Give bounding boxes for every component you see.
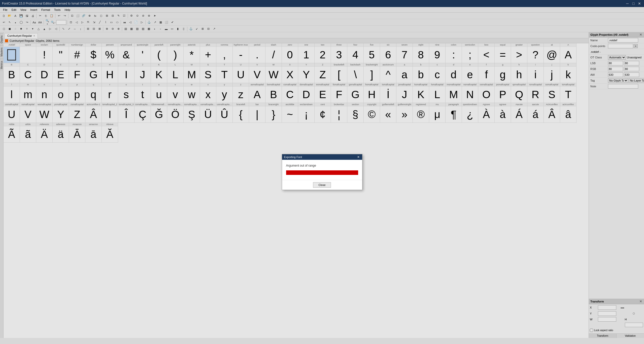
dialog-close-button[interactable]: Close xyxy=(313,182,331,188)
dialog-title-bar: Exporting Font ✕ xyxy=(282,154,362,160)
dialog-message: Argument out of range xyxy=(286,164,358,167)
dialog-overlay: Exporting Font ✕ Argument out of range C… xyxy=(0,0,644,344)
export-error-dialog: Exporting Font ✕ Argument out of range C… xyxy=(282,154,362,190)
dialog-title-close[interactable]: ✕ xyxy=(357,155,360,159)
dialog-content: Argument out of range xyxy=(282,160,362,180)
dialog-title-text: Exporting Font xyxy=(284,156,302,159)
dialog-progress-bar xyxy=(286,170,358,175)
dialog-footer: Close xyxy=(282,180,362,190)
